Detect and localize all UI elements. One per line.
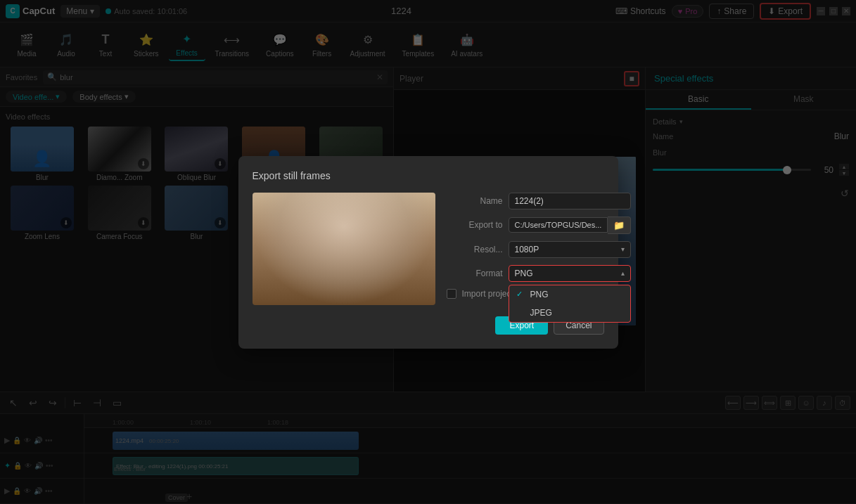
- form-row-resolution: Resol... 1080P ▾: [447, 241, 632, 258]
- format-value: PNG: [515, 269, 533, 278]
- resolution-select-wrapper: 1080P ▾: [509, 241, 632, 258]
- browse-folder-button[interactable]: 📁: [608, 217, 631, 234]
- format-option-png[interactable]: ✓ PNG: [509, 285, 631, 304]
- form-row-export-to: Export to C:/Users/TOPGUS/Des... 📁: [447, 217, 632, 234]
- format-option-jpeg[interactable]: ✓ JPEG: [509, 304, 631, 322]
- format-png-label: PNG: [530, 290, 549, 299]
- format-select[interactable]: PNG ▴: [509, 265, 632, 282]
- modal-overlay: Export still frames Name Export to C:/Us…: [0, 0, 856, 504]
- resolution-value: 1080P: [515, 245, 539, 254]
- format-select-wrapper: PNG ▴ ✓ PNG ✓ JPEG: [509, 265, 632, 282]
- export-path-field: C:/Users/TOPGUS/Des... 📁: [509, 217, 632, 234]
- format-jpeg-label: JPEG: [530, 308, 552, 318]
- dialog-body: Name Export to C:/Users/TOPGUS/Des... 📁 …: [253, 193, 604, 305]
- resolution-arrow-icon: ▾: [621, 245, 625, 253]
- export-still-frames-dialog: Export still frames Name Export to C:/Us…: [238, 156, 618, 349]
- dialog-title: Export still frames: [253, 170, 604, 181]
- format-arrow-icon: ▴: [621, 269, 625, 277]
- dialog-preview: [253, 193, 435, 305]
- format-label: Format: [447, 265, 503, 278]
- form-row-format: Format PNG ▴ ✓ PNG ✓: [447, 265, 632, 282]
- preview-image: [253, 193, 435, 305]
- export-to-label: Export to: [447, 220, 503, 230]
- resolution-label: Resol...: [447, 245, 503, 254]
- format-dropdown: ✓ PNG ✓ JPEG: [509, 285, 632, 323]
- form-row-name: Name: [447, 193, 632, 209]
- import-label: Import projec: [462, 289, 511, 299]
- check-icon-png: ✓: [516, 290, 526, 299]
- export-path-value: C:/Users/TOPGUS/Des...: [509, 217, 608, 233]
- import-checkbox[interactable]: [447, 289, 456, 299]
- dialog-form: Name Export to C:/Users/TOPGUS/Des... 📁 …: [447, 193, 632, 305]
- resolution-select[interactable]: 1080P ▾: [509, 241, 632, 258]
- name-input[interactable]: [509, 193, 632, 209]
- name-label: Name: [447, 196, 503, 206]
